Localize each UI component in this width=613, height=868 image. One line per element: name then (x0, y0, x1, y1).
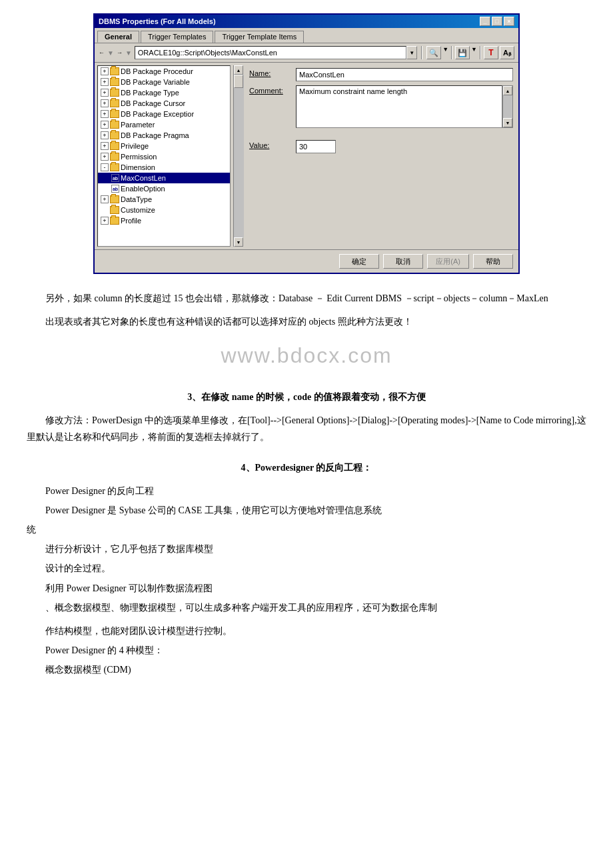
section3-title: 3、在修改 name 的时候，code 的值将跟着变动，很不方便 (27, 389, 586, 405)
tree-item-db-package-type[interactable]: + DB Package Type (98, 87, 230, 98)
tree-item-permission[interactable]: + Permission (98, 151, 230, 162)
folder-icon (110, 142, 119, 150)
dialog-titlebar: DBMS Properties (For All Models) _ □ × (95, 15, 518, 28)
apply-button[interactable]: 应用(A) (427, 254, 469, 269)
path-input[interactable] (135, 46, 406, 59)
folder-icon (110, 163, 119, 171)
section4-line-3: 进行分析设计，它几乎包括了数据库模型 (45, 541, 586, 557)
comment-wrapper: Maximum constraint name length ▲ ▼ (296, 85, 513, 128)
folder-icon (110, 206, 119, 214)
save-icon-btn[interactable]: 💾 (455, 46, 470, 59)
scroll-up[interactable]: ▲ (234, 65, 243, 75)
paragraph-1: 另外，如果 column 的长度超过 15 也会出错，那就修改：Database… (27, 290, 586, 307)
section4-line-6: 、概念数据模型、物理数据模型，可以生成多种客户端开发工具的应用程序，还可为数据仓… (27, 599, 586, 616)
toolbar-separator3 (480, 46, 481, 59)
section4-line-1: Power Designer 是 Sybase 公司的 CASE 工具集，使用它… (45, 502, 586, 519)
forward-button[interactable]: → (117, 49, 123, 56)
page-content: 另外，如果 column 的长度超过 15 也会出错，那就修改：Database… (27, 290, 586, 679)
expand-icon[interactable]: + (101, 89, 109, 97)
tree-item-privilege[interactable]: + Privilege (98, 141, 230, 151)
folder-icon (110, 89, 119, 97)
path-dropdown-button[interactable]: ▼ (406, 46, 417, 59)
tree-scrollbar[interactable]: ▲ ▼ (233, 65, 244, 247)
section4-line-4: 设计的全过程。 (45, 560, 586, 577)
tab-trigger-templates[interactable]: Trigger Templates (141, 31, 213, 43)
folder-icon (110, 99, 119, 107)
expand-icon[interactable]: + (101, 110, 109, 118)
expand-icon[interactable]: + (101, 67, 109, 75)
expand-icon[interactable]: + (101, 153, 109, 161)
scroll-thumb[interactable] (234, 75, 243, 88)
comment-textarea[interactable]: Maximum constraint name length (296, 85, 502, 128)
toolbar-forward-dropdown-arrow[interactable]: ▼ (125, 49, 132, 57)
help-button[interactable]: 帮助 (473, 254, 513, 269)
comment-scroll-up[interactable]: ▲ (503, 86, 512, 95)
path-dropdown: ▼ (135, 46, 417, 59)
watermark: www.bdocx.com (27, 337, 586, 375)
folder-icon (110, 110, 119, 118)
toolbar-separator (421, 46, 422, 59)
folder-icon (110, 121, 119, 129)
folder-icon (110, 195, 119, 203)
folder-icon (110, 67, 119, 75)
tree-item-datatype[interactable]: + DataType (98, 194, 230, 205)
tree-panel: + DB Package Procedur + DB Package Varia… (97, 65, 231, 247)
dialog-body: + DB Package Procedur + DB Package Varia… (95, 63, 518, 249)
dbms-properties-dialog: DBMS Properties (For All Models) _ □ × G… (93, 13, 520, 274)
scroll-down[interactable]: ▼ (234, 237, 243, 247)
section4-line-7: 作结构模型，也能对团队设计模型进行控制。 (45, 623, 586, 639)
cancel-button[interactable]: 取消 (383, 254, 423, 269)
dialog-footer: 确定 取消 应用(A) 帮助 (95, 249, 518, 273)
doc-icon: ab (111, 174, 119, 182)
expand-icon[interactable]: + (101, 78, 109, 86)
value-input[interactable] (296, 140, 336, 153)
toolbar-separator2 (451, 46, 452, 59)
tree-item-db-package-procedure[interactable]: + DB Package Procedur (98, 66, 230, 77)
tree-item-profile[interactable]: + Profile (98, 215, 230, 226)
tree-item-dimension[interactable]: - Dimension (98, 162, 230, 173)
section4-line-5: 利用 Power Designer 可以制作数据流程图 (45, 580, 586, 597)
tree-item-db-package-exception[interactable]: + DB Package Exceptior (98, 109, 230, 119)
close-button[interactable]: × (504, 17, 514, 26)
tree-item-db-package-cursor[interactable]: + DB Package Cursor (98, 98, 230, 109)
expand-icon[interactable]: + (101, 99, 109, 107)
minimize-button[interactable]: _ (480, 17, 490, 26)
save-dropdown[interactable]: ▼ (471, 46, 477, 59)
expand-icon[interactable]: + (101, 131, 109, 139)
expand-icon[interactable]: + (101, 121, 109, 129)
comment-field-container: Maximum constraint name length ▲ ▼ (296, 85, 513, 128)
comment-scroll-down[interactable]: ▼ (503, 118, 512, 127)
tab-trigger-template-items[interactable]: Trigger Template Items (215, 31, 304, 43)
maximize-button[interactable]: □ (492, 17, 502, 26)
dialog-toolbar: ← ▼ → ▼ ▼ 🔍 ▼ 💾 ▼ T Aᵦ (95, 43, 518, 63)
tree-item-db-package-pragma[interactable]: + DB Package Pragma (98, 130, 230, 141)
search-dropdown[interactable]: ▼ (442, 46, 448, 59)
expand-icon[interactable]: + (101, 142, 109, 150)
prop-row-name: Name: (249, 68, 513, 81)
search-icon-btn[interactable]: 🔍 (426, 46, 441, 59)
tree-item-customize[interactable]: Customize (98, 205, 230, 215)
text-icon-btn[interactable]: Aᵦ (500, 46, 514, 59)
tab-general[interactable]: General (97, 31, 139, 43)
name-input[interactable] (296, 68, 513, 81)
section4-line-2: 统 (27, 525, 36, 535)
tree-item-parameter[interactable]: + Parameter (98, 119, 230, 130)
section3-para: 修改方法：PowerDesign 中的选项菜单里修改，在[Tool]-->[Ge… (27, 412, 586, 445)
back-button[interactable]: ← (99, 49, 105, 56)
expand-icon[interactable]: + (101, 195, 109, 203)
dialog-title: DBMS Properties (For All Models) (99, 17, 216, 25)
toolbar-dropdown-arrow[interactable]: ▼ (107, 49, 114, 57)
comment-scrollbar[interactable]: ▲ ▼ (502, 85, 513, 128)
prop-row-value: Value: (249, 140, 513, 153)
ok-button[interactable]: 确定 (339, 254, 379, 269)
folder-icon (110, 78, 119, 86)
tree-item-enableoption[interactable]: ab EnableOption (98, 183, 230, 194)
template-icon-btn[interactable]: T (484, 46, 498, 59)
tree-item-maxconstlen[interactable]: ab MaxConstLen (98, 173, 230, 183)
expand-icon[interactable]: - (101, 163, 109, 171)
toolbar-icons: 🔍 ▼ 💾 ▼ T Aᵦ (426, 46, 514, 59)
dialog-tabs: General Trigger Templates Trigger Templa… (95, 28, 518, 43)
tree-item-db-package-variable[interactable]: + DB Package Variable (98, 77, 230, 87)
expand-icon[interactable]: + (101, 217, 109, 225)
paragraph-2: 出现表或者其它对象的长度也有这种错误的话都可以选择对应的 objects 照此种… (27, 313, 586, 330)
